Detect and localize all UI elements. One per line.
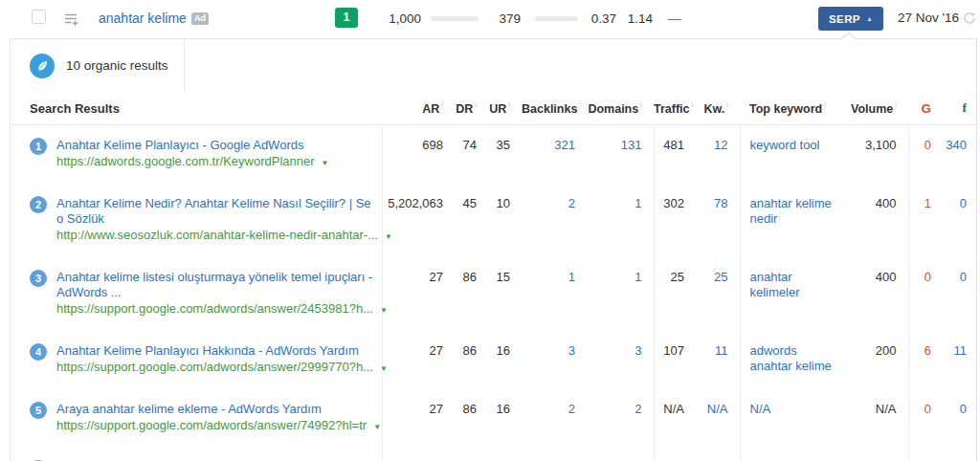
result-title-link[interactable]: Araya anahtar kelime ekleme - AdWords Ya… — [56, 402, 378, 417]
traffic-value: 25 — [654, 257, 696, 331]
ur-value: 17 — [488, 448, 522, 461]
google-plus-count[interactable]: 0 — [908, 389, 943, 448]
column-header-dr[interactable]: DR — [455, 92, 488, 125]
select-checkbox[interactable] — [32, 10, 46, 24]
dr-value: 74 — [455, 125, 488, 185]
dr-value: 68 — [455, 448, 488, 461]
domains-value[interactable]: 1 — [587, 257, 654, 331]
top-keyword-link[interactable]: keyword tool — [740, 125, 845, 185]
column-header-backlinks[interactable]: Backlinks — [522, 92, 587, 125]
traffic-value: N/A — [654, 389, 696, 448]
volume-value: 400 — [845, 257, 908, 331]
column-header-ur[interactable]: UR — [488, 92, 522, 125]
domains-value[interactable]: 2 — [587, 389, 654, 448]
backlinks-value[interactable]: 19 — [522, 448, 587, 461]
refresh-icon[interactable] — [962, 11, 977, 26]
google-plus-count[interactable]: 0 — [908, 125, 943, 185]
domains-value[interactable]: 1 — [587, 184, 654, 257]
ar-value: 27 — [382, 257, 455, 331]
kw-value[interactable]: 78 — [696, 184, 740, 257]
column-header-volume[interactable]: Volume — [845, 92, 908, 125]
kw-value[interactable]: N/A — [696, 389, 740, 448]
result-url-link[interactable]: https://support.google.com/adwords/answe… — [56, 418, 367, 432]
facebook-count[interactable]: 0 — [943, 448, 978, 461]
ad-badge: Ad — [191, 12, 209, 25]
facebook-count[interactable]: 0 — [943, 257, 978, 331]
result-url-row: https://support.google.com/adwords/answe… — [56, 360, 378, 377]
traffic-value: 107 — [654, 331, 696, 389]
top-keyword-link[interactable]: anahtar kelime nedir — [740, 184, 845, 257]
add-to-list-icon[interactable] — [63, 11, 80, 28]
domains-value[interactable]: 9 — [587, 448, 654, 461]
backlinks-value[interactable]: 2 — [522, 389, 587, 448]
domains-value[interactable]: 3 — [587, 331, 654, 389]
result-rank-badge: 3 — [30, 270, 47, 287]
kw-value[interactable]: 25 — [696, 257, 740, 331]
stat2-value: 379 — [482, 11, 521, 26]
stat1-bar — [431, 16, 479, 21]
result-url-link[interactable]: https://support.google.com/adwords/answe… — [56, 360, 373, 374]
column-header-traffic[interactable]: Traffic — [654, 92, 696, 125]
toolbar-divider — [184, 39, 185, 92]
ur-value: 35 — [488, 125, 522, 185]
top-keyword-link[interactable]: adwords anahtar kelime — [740, 331, 845, 389]
column-header-google-plus-icon[interactable]: G — [908, 92, 943, 125]
facebook-count[interactable]: 340 — [943, 125, 978, 185]
backlinks-value[interactable]: 3 — [522, 331, 587, 389]
top-keyword-link[interactable]: N/A — [740, 389, 845, 448]
table-header-row: Search Results AR DR UR Backlinks Domain… — [11, 92, 978, 125]
url-dropdown-caret-icon[interactable]: ▼ — [380, 306, 388, 315]
ar-value: 27 — [382, 331, 455, 389]
result-url-row: http://www.seosozluk.com/anahtar-kelime-… — [56, 228, 378, 245]
column-header-search-results: Search Results — [11, 92, 382, 125]
facebook-count[interactable]: 0 — [943, 389, 978, 448]
top-keyword-link[interactable]: anahtar kelime aracı — [740, 448, 845, 461]
google-plus-count[interactable]: 2 — [908, 448, 943, 461]
facebook-count[interactable]: 11 — [943, 331, 978, 389]
column-header-top-keyword[interactable]: Top keyword — [740, 92, 845, 125]
backlinks-value[interactable]: 321 — [522, 125, 587, 185]
url-dropdown-caret-icon[interactable]: ▼ — [380, 364, 388, 373]
serp-toggle-button[interactable]: SERP▲ — [818, 7, 883, 31]
result-title-link[interactable]: Anahtar kelime listesi oluşturmaya yönel… — [56, 270, 378, 300]
google-plus-count[interactable]: 1 — [908, 184, 943, 257]
organic-results-icon — [30, 54, 55, 78]
kw-value[interactable]: 24 — [696, 448, 740, 461]
column-header-facebook-icon[interactable]: f — [943, 92, 978, 125]
url-dropdown-caret-icon[interactable]: ▼ — [373, 423, 381, 431]
result-url-link[interactable]: https://support.google.com/adwords/answe… — [56, 301, 373, 316]
ar-value: 698 — [382, 125, 455, 185]
table-row: 3 Anahtar kelime listesi oluşturmaya yön… — [11, 257, 978, 331]
result-title-link[interactable]: Anahtar Kelime Planlayıcı Hakkında - AdW… — [56, 343, 378, 359]
column-header-ar[interactable]: AR — [382, 92, 455, 125]
kw-value[interactable]: 12 — [696, 125, 740, 185]
keyword-link[interactable]: anahtar kelime — [99, 11, 187, 26]
volume-value: 2,700 — [845, 448, 908, 461]
result-url-link[interactable]: https://adwords.google.com.tr/KeywordPla… — [56, 154, 315, 168]
column-header-domains[interactable]: Domains — [587, 92, 654, 125]
backlinks-value[interactable]: 1 — [522, 257, 587, 331]
google-plus-count[interactable]: 0 — [908, 257, 943, 331]
result-title-link[interactable]: Anahtar Kelime Planlayıcı - Google AdWor… — [56, 138, 328, 153]
result-url-row: https://adwords.google.com.tr/KeywordPla… — [56, 154, 328, 171]
date-label: 27 Nov '16 — [898, 11, 959, 25]
kw-value[interactable]: 11 — [696, 331, 740, 389]
result-url-link[interactable]: http://www.seosozluk.com/anahtar-kelime-… — [56, 228, 378, 242]
google-plus-count[interactable]: 6 — [908, 331, 943, 389]
facebook-count[interactable]: 0 — [943, 184, 978, 257]
top-keyword-link[interactable]: anahtar kelimeler — [740, 257, 845, 331]
column-header-kw[interactable]: Kw. — [696, 92, 740, 125]
position-badge: 1 — [335, 8, 358, 28]
stat2-bar — [535, 16, 578, 21]
stat1-value: 1,000 — [371, 11, 421, 26]
url-dropdown-caret-icon[interactable]: ▼ — [322, 159, 329, 167]
result-title-link[interactable]: Anahtar Kelime Nedir? Anahtar Kelime Nas… — [56, 196, 378, 227]
search-results-table: Search Results AR DR UR Backlinks Domain… — [11, 92, 978, 461]
backlinks-value[interactable]: 2 — [522, 184, 587, 257]
stat4-value: 1.14 — [624, 11, 653, 26]
domains-value[interactable]: 131 — [587, 125, 654, 185]
ar-value: 5,202,063 — [382, 184, 455, 257]
volume-value: 400 — [845, 184, 908, 257]
url-dropdown-caret-icon[interactable]: ▼ — [385, 232, 392, 241]
table-row: 2 Anahtar Kelime Nedir? Anahtar Kelime N… — [11, 184, 978, 257]
